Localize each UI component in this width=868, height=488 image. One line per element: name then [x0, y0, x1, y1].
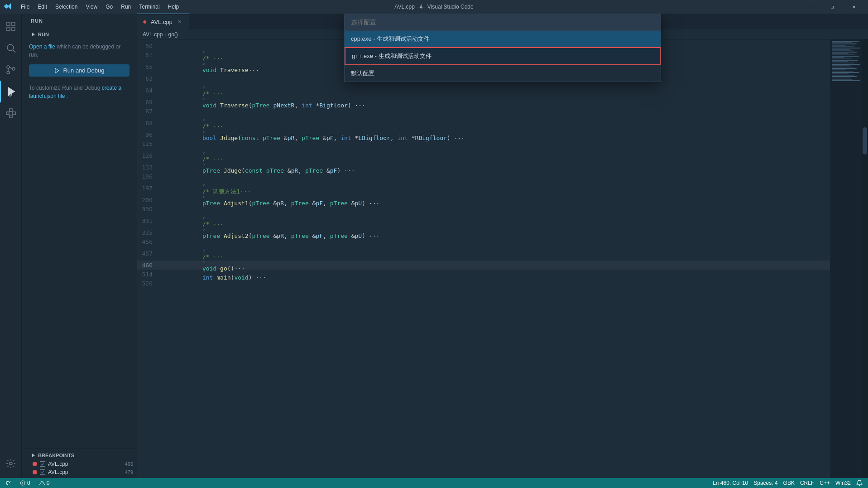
status-warnings[interactable]: 0: [38, 480, 52, 486]
customize-text: To customize Run and Debug create a laun…: [29, 84, 129, 100]
svg-point-7: [7, 71, 10, 74]
menu-selection[interactable]: Selection: [52, 3, 81, 11]
svg-point-4: [7, 44, 14, 51]
palette-input[interactable]: [345, 14, 661, 31]
status-line-ending[interactable]: CRLF: [798, 480, 816, 486]
status-cursor-position[interactable]: Ln 460, Col 10: [711, 480, 750, 486]
sidebar-header: RUN: [22, 14, 137, 26]
svg-point-27: [42, 484, 42, 484]
svg-point-17: [10, 462, 12, 465]
palette-item-1[interactable]: cpp.exe - 生成和调试活动文件: [345, 31, 661, 47]
activity-source-control-icon[interactable]: [0, 59, 22, 81]
svg-rect-13: [6, 112, 9, 115]
run-description: Open a file which can be debugged or run…: [29, 43, 129, 59]
breadcrumb-file[interactable]: AVL.cpp: [143, 31, 163, 38]
menu-go[interactable]: Go: [102, 3, 116, 11]
breakpoint-checkbox-1[interactable]: ✓: [40, 461, 45, 467]
svg-point-20: [6, 484, 8, 485]
collapse-arrow-icon-133[interactable]: ›: [202, 161, 206, 167]
menu-view[interactable]: View: [82, 3, 101, 11]
breakpoint-line-1: 466: [125, 461, 133, 467]
collapse-arrow-icon-335[interactable]: ›: [202, 227, 206, 232]
main-layout: RUN RUN Open a file which can be debugge…: [0, 14, 868, 478]
status-errors[interactable]: 0: [18, 480, 32, 486]
status-spaces[interactable]: Spaces: 4: [752, 480, 779, 486]
svg-point-8: [12, 68, 15, 70]
breakpoint-checkbox-2[interactable]: ✓: [40, 469, 45, 475]
breadcrumb-function[interactable]: go(): [168, 31, 177, 38]
editor-area: ● AVL.cpp × AVL.cpp › go() cpp.exe - 生成和…: [137, 14, 868, 478]
status-language[interactable]: C++: [818, 480, 832, 486]
svg-line-5: [13, 50, 15, 53]
svg-rect-14: [13, 112, 15, 115]
status-encoding[interactable]: GBK: [782, 480, 796, 486]
open-file-link[interactable]: Open a file: [29, 43, 55, 50]
activity-explorer-icon[interactable]: [0, 15, 22, 37]
activity-bar: [0, 14, 22, 478]
svg-rect-15: [10, 109, 12, 111]
breakpoints-section: BREAKPOINTS ✓ AVL.cpp 466 ✓ AVL.cpp 479: [22, 449, 137, 478]
svg-rect-16: [10, 115, 12, 118]
code-line-200: 200 › pTree Adjust1(pTree &pR, pTree &pF…: [137, 195, 868, 204]
breakpoints-header[interactable]: BREAKPOINTS: [22, 451, 137, 460]
run-section-title[interactable]: RUN: [22, 30, 137, 39]
svg-rect-3: [12, 27, 15, 30]
collapse-arrow-icon-69[interactable]: ›: [202, 96, 206, 102]
status-right: Ln 460, Col 10 Spaces: 4 GBK CRLF C++ Wi…: [711, 480, 864, 486]
maximize-button[interactable]: ❐: [822, 0, 843, 14]
breakpoint-dot-icon: [33, 462, 37, 466]
status-notifications-icon[interactable]: [854, 480, 864, 486]
menu-bar: File Edit Selection View Go Run Terminal…: [17, 3, 182, 11]
run-section: RUN Open a file which can be debugged or…: [22, 26, 137, 449]
code-line-69: 69 › void Traverse(pTree pNextR, int *Bi…: [137, 97, 868, 106]
breakpoint-dot-icon-2: [33, 470, 37, 474]
palette-item-3[interactable]: 默认配置: [345, 65, 661, 82]
activity-bar-bottom: [0, 453, 22, 478]
svg-point-19: [6, 481, 8, 483]
scrollbar-thumb[interactable]: [863, 127, 867, 155]
tab-avl-cpp[interactable]: ● AVL.cpp ×: [137, 14, 189, 29]
sidebar: RUN RUN Open a file which can be debugge…: [22, 14, 137, 478]
palette-item-2[interactable]: g++.exe - 生成和调试活动文件: [345, 47, 661, 65]
collapse-arrow-icon-200[interactable]: ›: [202, 194, 206, 200]
code-line-133: 133 › pTree Jduge(const pTree &pR, pTree…: [137, 163, 868, 172]
menu-edit[interactable]: Edit: [34, 3, 51, 11]
breadcrumb-separator: ›: [164, 31, 166, 38]
breakpoint-item-1: ✓ AVL.cpp 466: [22, 460, 137, 468]
activity-search-icon[interactable]: [0, 37, 22, 59]
collapse-arrow-icon-514[interactable]: ›: [202, 268, 206, 274]
svg-rect-0: [7, 22, 10, 25]
collapse-arrow-icon-55[interactable]: ›: [202, 61, 206, 67]
menu-file[interactable]: File: [17, 3, 33, 11]
titlebar: File Edit Selection View Go Run Terminal…: [0, 0, 868, 14]
svg-rect-2: [7, 27, 10, 30]
svg-marker-18: [55, 68, 59, 73]
activity-run-debug-icon[interactable]: [0, 81, 22, 102]
collapse-arrow-icon-96[interactable]: ›: [202, 129, 206, 135]
svg-line-10: [10, 67, 12, 69]
statusbar: 0 0 Ln 460, Col 10 Spaces: 4 GBK CRLF C+…: [0, 478, 868, 488]
minimize-button[interactable]: ─: [800, 0, 821, 14]
tab-close-button[interactable]: ×: [176, 18, 183, 25]
close-button[interactable]: ✕: [844, 0, 864, 14]
breakpoint-item-2: ✓ AVL.cpp 479: [22, 468, 137, 476]
command-palette[interactable]: cpp.exe - 生成和调试活动文件 g++.exe - 生成和调试活动文件 …: [344, 14, 661, 82]
status-git-branch[interactable]: [4, 480, 13, 486]
breakpoint-filename-2: AVL.cpp: [48, 469, 68, 475]
code-line-514: 514 › int main(void) ···: [137, 270, 868, 279]
run-content: Open a file which can be debugged or run…: [22, 39, 137, 104]
svg-point-6: [7, 66, 10, 68]
scrollbar-track[interactable]: [862, 39, 868, 478]
status-platform[interactable]: Win32: [834, 480, 853, 486]
menu-help[interactable]: Help: [164, 3, 183, 11]
activity-settings-icon[interactable]: [0, 453, 22, 474]
run-debug-button[interactable]: Run and Debug: [29, 64, 129, 77]
breakpoint-filename-1: AVL.cpp: [48, 461, 68, 467]
activity-extensions-icon[interactable]: [0, 102, 22, 124]
tab-filename: AVL.cpp: [151, 19, 173, 25]
menu-terminal[interactable]: Terminal: [135, 3, 163, 11]
window-controls: ─ ❐ ✕: [800, 0, 864, 14]
menu-run[interactable]: Run: [117, 3, 134, 11]
code-editor[interactable]: 3 50 51 › /* ··· 55 › v: [137, 39, 868, 478]
code-line-335: 335 › pTree Adjust2(pTree &pR, pTree &pF…: [137, 228, 868, 237]
